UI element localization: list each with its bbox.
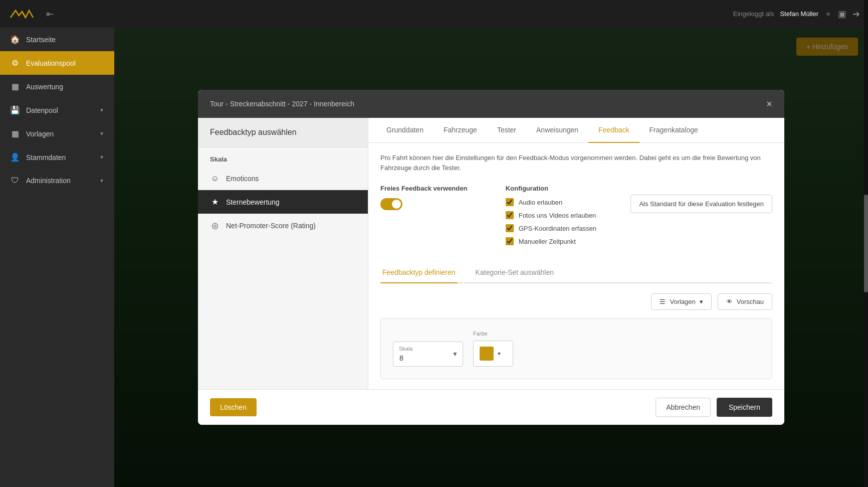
- page-scrollbar[interactable]: [864, 0, 868, 487]
- sub-tab-feedbacktyp[interactable]: Feedbacktyp definieren: [380, 262, 458, 283]
- color-arrow-icon: ▾: [498, 350, 501, 357]
- save-button[interactable]: Speichern: [717, 398, 772, 417]
- modal-body: Feedbacktyp auswählen Skala ☺ Emoticons …: [198, 118, 784, 389]
- left-panel-title: Feedbacktyp auswählen: [198, 118, 368, 147]
- konfiguration-title: Konfiguration: [506, 185, 601, 192]
- database-icon: 💾: [10, 105, 20, 115]
- logo: [8, 7, 38, 22]
- top-bar: ⇤ Eingeloggt als Stefan Müller ⚬ ▣ ➔: [0, 0, 868, 28]
- config-card: Skala 8 1 2 3 4 5 6: [380, 318, 772, 379]
- tab-fahrzeuge[interactable]: Fahrzeuge: [433, 118, 487, 143]
- chevron-down-icon: ▼: [99, 107, 104, 113]
- skala-section-title: Skala: [198, 147, 368, 167]
- vorlagen-button[interactable]: ☰ Vorlagen ▾: [651, 293, 711, 310]
- sidebar-label-datenpool: Datenpool: [26, 106, 58, 114]
- feedback-type-sternebewertung[interactable]: ★ Sternebewertung: [198, 190, 368, 214]
- sidebar-item-vorlagen[interactable]: ▦ Vorlagen ▼: [0, 122, 114, 145]
- sidebar-item-stammdaten[interactable]: 👤 Stammdaten ▼: [0, 145, 114, 169]
- feedback-type-net-promoter[interactable]: ◎ Net-Promoter-Score (Rating): [198, 214, 368, 237]
- vorlagen-label: Vorlagen: [670, 298, 695, 305]
- freies-feedback-title: Freies Feedback verwenden: [380, 185, 476, 192]
- tab-anweisungen[interactable]: Anweisungen: [526, 118, 588, 143]
- modal-header: Tour - Streckenabschnitt - 2027 - Innenb…: [198, 90, 784, 118]
- chevron-down-icon-vorlagen: ▾: [700, 298, 703, 305]
- skala-select[interactable]: 8 1 2 3 4 5 6 7 9: [393, 342, 463, 367]
- sidebar-label-evaluationspool: Evaluationspool: [26, 59, 76, 67]
- farbe-field: Farbe ▾: [473, 331, 513, 367]
- audio-checkbox[interactable]: [506, 198, 514, 206]
- vorschau-button[interactable]: 👁 Vorschau: [718, 293, 772, 310]
- sub-tabs: Feedbacktyp definieren Kategorie-Set aus…: [380, 262, 772, 283]
- vorschau-label: Vorschau: [737, 298, 764, 305]
- checkbox-zeitpunkt: Manueller Zeitpunkt: [506, 237, 601, 245]
- chart-icon: ▦: [10, 82, 20, 91]
- emoticon-icon: ☺: [210, 174, 220, 183]
- sidebar-label-auswertung: Auswertung: [26, 83, 63, 91]
- tab-tester[interactable]: Tester: [487, 118, 526, 143]
- feedback-type-emoticons[interactable]: ☺ Emoticons: [198, 167, 368, 190]
- sidebar-item-datenpool[interactable]: 💾 Datenpool ▼: [0, 98, 114, 122]
- tab-grunddaten[interactable]: Grunddaten: [376, 118, 433, 143]
- sidebar-item-auswertung[interactable]: ▦ Auswertung: [0, 75, 114, 98]
- sidebar: 🏠 Startseite ⚙ Evaluationspool ▦ Auswert…: [0, 28, 114, 487]
- color-picker-button[interactable]: ▾: [473, 341, 513, 367]
- home-icon: 🏠: [10, 35, 20, 44]
- modal: Tour - Streckenabschnitt - 2027 - Innenb…: [198, 90, 784, 425]
- feedback-tab-content: Pro Fahrt können hier die Einstellungen …: [368, 143, 784, 389]
- checkbox-gps: GPS-Koordinaten erfassen: [506, 224, 601, 232]
- sub-tab-kategorie[interactable]: Kategorie-Set auswählen: [474, 262, 556, 283]
- eye-icon: 👁: [726, 298, 733, 305]
- logout-icon[interactable]: ➔: [852, 9, 860, 20]
- screen-icon[interactable]: ▣: [838, 9, 846, 20]
- konfiguration-section: Konfiguration Audio erlauben Fotos uns V…: [506, 185, 601, 250]
- sidebar-label-administration: Administration: [26, 177, 71, 185]
- emoticons-label: Emoticons: [226, 175, 259, 183]
- skala-field: Skala 8 1 2 3 4 5 6: [393, 342, 463, 367]
- delete-button[interactable]: Löschen: [210, 398, 257, 416]
- tabs: Grunddaten Fahrzeuge Tester Anweisungen: [368, 118, 784, 143]
- zeitpunkt-label: Manueller Zeitpunkt: [519, 238, 576, 245]
- star-icon: ★: [210, 197, 220, 207]
- username-label: Stefan Müller: [780, 10, 818, 18]
- modal-overlay: Tour - Streckenabschnitt - 2027 - Innenb…: [114, 28, 868, 487]
- gps-checkbox[interactable]: [506, 224, 514, 232]
- audio-label: Audio erlauben: [519, 199, 562, 206]
- net-promoter-label: Net-Promoter-Score (Rating): [226, 222, 316, 230]
- modal-title: Tour - Streckenabschnitt - 2027 - Innenb…: [210, 100, 354, 108]
- tab-description: Pro Fahrt können hier die Einstellungen …: [380, 153, 772, 173]
- sidebar-item-administration[interactable]: 🛡 Administration ▼: [0, 169, 114, 192]
- list-icon: ☰: [660, 298, 666, 305]
- user-icon[interactable]: ⚬: [824, 9, 832, 20]
- toggle-slider: [380, 198, 402, 210]
- fotos-checkbox[interactable]: [506, 211, 514, 219]
- shield-icon: 🛡: [10, 176, 20, 185]
- modal-footer: Löschen Abbrechen Speichern: [198, 389, 784, 425]
- collapse-icon[interactable]: ⇤: [46, 9, 54, 20]
- cancel-button[interactable]: Abbrechen: [656, 398, 711, 417]
- footer-right: Abbrechen Speichern: [656, 398, 772, 417]
- sidebar-item-evaluationspool[interactable]: ⚙ Evaluationspool: [0, 51, 114, 75]
- gps-label: GPS-Koordinaten erfassen: [519, 225, 596, 232]
- toggle-container[interactable]: [380, 198, 476, 210]
- template-icon: ▦: [10, 129, 20, 138]
- standard-button[interactable]: Als Standard für diese Evaluation festle…: [630, 195, 772, 213]
- zeitpunkt-checkbox[interactable]: [506, 237, 514, 245]
- freies-feedback-toggle[interactable]: [380, 198, 402, 210]
- top-bar-right: Eingeloggt als Stefan Müller ⚬ ▣ ➔: [733, 9, 860, 20]
- left-panel: Feedbacktyp auswählen Skala ☺ Emoticons …: [198, 118, 368, 389]
- rating-icon: ◎: [210, 221, 220, 230]
- modal-close-button[interactable]: ×: [766, 99, 772, 109]
- checkbox-fotos: Fotos uns Videos erlauben: [506, 211, 601, 219]
- chevron-down-icon-3: ▼: [99, 154, 104, 160]
- color-swatch: [480, 347, 494, 361]
- chevron-down-icon-4: ▼: [99, 178, 104, 184]
- top-bar-left: ⇤: [8, 7, 54, 22]
- fotos-label: Fotos uns Videos erlauben: [519, 212, 596, 219]
- sidebar-item-startseite[interactable]: 🏠 Startseite: [0, 28, 114, 51]
- user-group-icon: 👤: [10, 152, 20, 162]
- tab-fragenkataloge[interactable]: Fragenkataloge: [639, 118, 708, 143]
- tab-feedback[interactable]: Feedback: [588, 118, 639, 143]
- action-row: ☰ Vorlagen ▾ 👁 Vorschau: [380, 293, 772, 310]
- main-content: + Hinzufügen Tour - Streckenabschnitt - …: [114, 28, 868, 487]
- feedback-row: Freies Feedback verwenden: [380, 185, 772, 250]
